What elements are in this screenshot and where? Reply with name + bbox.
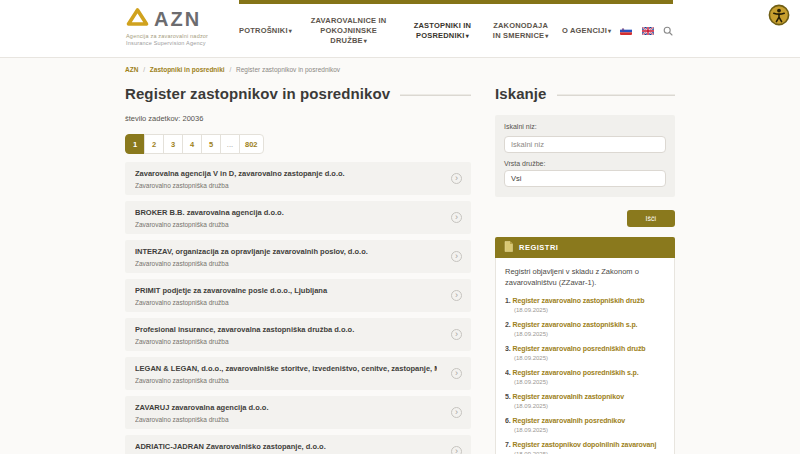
registri-intro: Registri objavljeni v skladu z Zakonom o…	[505, 267, 666, 288]
pagination-page-2[interactable]: 2	[144, 134, 164, 154]
chevron-right-icon: ›	[451, 173, 462, 184]
logo-acronym: AZN	[154, 9, 201, 29]
breadcrumb-separator: /	[229, 66, 231, 73]
search-input[interactable]	[504, 136, 666, 153]
chevron-down-icon: ▾	[289, 28, 292, 34]
logo-tagline-en: Insurance Supervision Agency	[126, 40, 208, 46]
register-date: (18.09.2025)	[505, 403, 666, 409]
register-link[interactable]: Register zavarovalnih posrednikov	[513, 417, 626, 424]
breadcrumb-link-home[interactable]: AZN	[125, 66, 138, 73]
register-link-item: 2. Register zavarovalno zastopniških s.p…	[505, 320, 666, 337]
chevron-down-icon: ▾	[608, 28, 611, 34]
search-form: Iskalni niz: Vrsta družbe: Vsi	[495, 115, 675, 197]
chevron-right-icon: ›	[451, 251, 462, 262]
chevron-down-icon: ▾	[364, 38, 367, 44]
register-date: (18.09.2025)	[505, 307, 666, 313]
heading-decoration-line	[557, 94, 675, 96]
accessibility-button[interactable]	[768, 4, 790, 26]
register-link[interactable]: Register zavarovalno zastopniških s.p.	[513, 321, 638, 328]
register-link-item: 4. Register zavarovalno posredniških s.p…	[505, 368, 666, 385]
gold-triangle-logo-icon	[126, 7, 149, 31]
register-link-item: 5. Register zavarovalnih zastopnikov (18…	[505, 392, 666, 409]
uk-flag-icon[interactable]	[642, 27, 654, 35]
list-item[interactable]: LEGAN & LEGAN, d.o.o., zavarovalniške st…	[125, 357, 471, 390]
register-date: (18.09.2025)	[505, 379, 666, 385]
register-link-item: 3. Register zavarovalno posredniških dru…	[505, 344, 666, 361]
site-header: AZN Agencija za zavarovalni nadzor Insur…	[0, 0, 800, 58]
register-link[interactable]: Register zavarovalno posredniških s.p.	[513, 369, 639, 376]
pagination-page-3[interactable]: 3	[163, 134, 183, 154]
main-nav: POTROŠNIKI▾ ZAVAROVALNICE IN POKOJNINSKE…	[239, 4, 673, 58]
pagination-ellipsis: ...	[220, 134, 240, 154]
chevron-down-icon: ▾	[466, 33, 469, 39]
logo-tagline-sl: Agencija za zavarovalni nadzor	[126, 33, 208, 39]
page-title: Register zastopnikov in posrednikov	[125, 85, 390, 102]
company-type-label: Vrsta družbe:	[504, 160, 666, 167]
nav-item-potrosniki[interactable]: POTROŠNIKI▾	[239, 26, 292, 36]
list-item[interactable]: PRIMIT podjetje za zavarovalne posle d.o…	[125, 279, 471, 312]
list-item[interactable]: ADRIATIC-JADRAN Zavarovalniško zastopanj…	[125, 435, 471, 454]
register-date: (18.09.2025)	[505, 331, 666, 337]
list-item[interactable]: ZAVARUJ zavarovalna agencija d.o.o. Zava…	[125, 396, 471, 429]
slovenia-flag-icon[interactable]	[620, 27, 632, 35]
list-item[interactable]: INTERZAV, organizacija za opravljanje za…	[125, 240, 471, 273]
pagination-page-802[interactable]: 802	[239, 134, 264, 154]
document-icon	[504, 241, 513, 254]
breadcrumb: AZN / Zastopniki in posredniki / Registe…	[125, 66, 675, 73]
register-link[interactable]: Register zavarovalno zastopniških družb	[513, 297, 645, 304]
breadcrumb-separator: /	[143, 66, 145, 73]
register-date: (18.09.2025)	[505, 355, 666, 361]
breadcrumb-link-section[interactable]: Zastopniki in posredniki	[150, 66, 225, 73]
register-link-item: 6. Register zavarovalnih posrednikov (18…	[505, 416, 666, 433]
nav-item-o-agenciji[interactable]: O AGENCIJI▾	[562, 26, 611, 36]
list-item[interactable]: Profesional insurance, zavarovalna zasto…	[125, 318, 471, 351]
list-item[interactable]: BROKER B.B. zavarovalna agencija d.o.o. …	[125, 201, 471, 234]
register-date: (18.09.2025)	[505, 427, 666, 433]
nav-item-zavarovalnice[interactable]: ZAVAROVALNICE IN POKOJNINSKE DRUŽBE▾	[301, 16, 396, 46]
search-section-title: Iskanje	[495, 85, 547, 102]
search-submit-button[interactable]: Išči	[627, 210, 676, 227]
search-icon[interactable]	[663, 26, 673, 36]
results-count: število zadetkov: 20036	[125, 114, 471, 123]
registri-title: REGISTRI	[519, 243, 558, 252]
chevron-right-icon: ›	[451, 329, 462, 340]
pagination-page-1[interactable]: 1	[125, 134, 145, 154]
azn-logo[interactable]: AZN Agencija za zavarovalni nadzor Insur…	[126, 7, 208, 46]
heading-decoration-line	[400, 94, 471, 96]
register-link-item: 1. Register zavarovalno zastopniških dru…	[505, 296, 666, 313]
register-link[interactable]: Register zavarovalnih zastopnikov	[513, 393, 624, 400]
registri-header: REGISTRI	[495, 237, 675, 258]
pagination-page-5[interactable]: 5	[201, 134, 221, 154]
register-link-item: 7. Register zastopnikov dopolnilnih zava…	[505, 440, 666, 454]
pagination: 1 2 3 4 5 ... 802	[125, 134, 264, 154]
chevron-right-icon: ›	[451, 290, 462, 301]
chevron-right-icon: ›	[451, 368, 462, 379]
company-type-select[interactable]: Vsi	[504, 170, 666, 187]
query-label: Iskalni niz:	[504, 123, 666, 130]
registri-panel: REGISTRI Registri objavljeni v skladu z …	[495, 237, 675, 454]
chevron-right-icon: ›	[451, 407, 462, 418]
register-link[interactable]: Register zavarovalno posredniških družb	[513, 345, 646, 352]
chevron-right-icon: ›	[451, 212, 462, 223]
breadcrumb-current: Register zastopnikov in posrednikov	[236, 66, 340, 73]
nav-item-zakonodaja[interactable]: ZAKONODAJA IN SMERNICE▾	[489, 21, 553, 41]
pagination-page-4[interactable]: 4	[182, 134, 202, 154]
chevron-right-icon: ›	[451, 446, 462, 454]
chevron-down-icon: ▾	[545, 33, 548, 39]
nav-item-zastopniki[interactable]: ZASTOPNIKI IN POSREDNIKI▾	[405, 21, 479, 41]
list-item[interactable]: Zavarovalna agencija V in D, zavarovalno…	[125, 162, 471, 195]
register-link[interactable]: Register zastopnikov dopolnilnih zavarov…	[513, 441, 657, 448]
results-list: Zavarovalna agencija V in D, zavarovalno…	[125, 162, 471, 454]
